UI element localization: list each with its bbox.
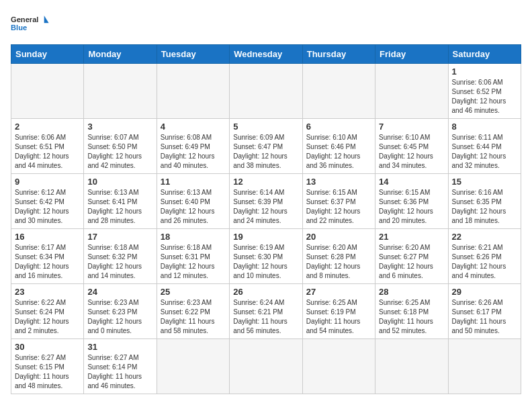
calendar-day-cell: 8Sunrise: 6:11 AM Sunset: 6:44 PM Daylig…: [448, 119, 521, 174]
day-number: 20: [306, 232, 371, 242]
day-of-week-header: Friday: [375, 45, 448, 64]
day-of-week-header: Monday: [84, 45, 157, 64]
day-number: 31: [87, 342, 152, 352]
day-info: Sunrise: 6:14 AM Sunset: 6:39 PM Dayligh…: [233, 188, 298, 226]
day-info: Sunrise: 6:06 AM Sunset: 6:51 PM Dayligh…: [15, 133, 80, 171]
day-info: Sunrise: 6:08 AM Sunset: 6:49 PM Dayligh…: [161, 133, 226, 171]
calendar-day-cell: [375, 64, 448, 119]
day-info: Sunrise: 6:13 AM Sunset: 6:40 PM Dayligh…: [161, 188, 226, 226]
day-number: 5: [233, 122, 298, 132]
svg-text:General: General: [11, 15, 38, 24]
day-info: Sunrise: 6:17 AM Sunset: 6:34 PM Dayligh…: [15, 243, 80, 281]
day-of-week-header: Tuesday: [157, 45, 229, 64]
calendar-day-cell: 2Sunrise: 6:06 AM Sunset: 6:51 PM Daylig…: [11, 119, 84, 174]
day-info: Sunrise: 6:25 AM Sunset: 6:19 PM Dayligh…: [306, 298, 371, 336]
calendar-day-cell: 30Sunrise: 6:27 AM Sunset: 6:15 PM Dayli…: [11, 339, 84, 394]
calendar-day-cell: 3Sunrise: 6:07 AM Sunset: 6:50 PM Daylig…: [84, 119, 157, 174]
svg-marker-2: [44, 15, 49, 23]
day-number: 26: [233, 287, 298, 297]
day-info: Sunrise: 6:10 AM Sunset: 6:45 PM Dayligh…: [379, 133, 444, 171]
calendar-day-cell: [302, 339, 375, 394]
logo-svg: General Blue: [11, 11, 51, 38]
calendar-day-cell: 23Sunrise: 6:22 AM Sunset: 6:24 PM Dayli…: [11, 284, 84, 339]
day-info: Sunrise: 6:15 AM Sunset: 6:36 PM Dayligh…: [379, 188, 444, 226]
day-of-week-header: Sunday: [11, 45, 84, 64]
calendar-day-cell: 7Sunrise: 6:10 AM Sunset: 6:45 PM Daylig…: [375, 119, 448, 174]
day-number: 21: [379, 232, 444, 242]
day-number: 15: [452, 177, 517, 187]
calendar-day-cell: 10Sunrise: 6:13 AM Sunset: 6:41 PM Dayli…: [84, 174, 157, 229]
calendar-day-cell: [448, 339, 521, 394]
day-info: Sunrise: 6:15 AM Sunset: 6:37 PM Dayligh…: [306, 188, 371, 226]
day-number: 11: [161, 177, 226, 187]
day-number: 9: [15, 177, 80, 187]
day-number: 17: [87, 232, 152, 242]
day-number: 28: [379, 287, 444, 297]
calendar-day-cell: [302, 64, 375, 119]
day-info: Sunrise: 6:23 AM Sunset: 6:22 PM Dayligh…: [161, 298, 226, 336]
calendar-week-row: 30Sunrise: 6:27 AM Sunset: 6:15 PM Dayli…: [11, 339, 521, 394]
day-number: 2: [15, 122, 80, 132]
day-number: 25: [161, 287, 226, 297]
calendar-day-cell: 26Sunrise: 6:24 AM Sunset: 6:21 PM Dayli…: [230, 284, 302, 339]
calendar-day-cell: 5Sunrise: 6:09 AM Sunset: 6:47 PM Daylig…: [230, 119, 302, 174]
day-number: 18: [161, 232, 226, 242]
day-info: Sunrise: 6:27 AM Sunset: 6:14 PM Dayligh…: [87, 353, 152, 391]
calendar-week-row: 2Sunrise: 6:06 AM Sunset: 6:51 PM Daylig…: [11, 119, 521, 174]
day-number: 4: [161, 122, 226, 132]
calendar-week-row: 16Sunrise: 6:17 AM Sunset: 6:34 PM Dayli…: [11, 229, 521, 284]
day-number: 29: [452, 287, 517, 297]
day-info: Sunrise: 6:21 AM Sunset: 6:26 PM Dayligh…: [452, 243, 517, 281]
day-info: Sunrise: 6:22 AM Sunset: 6:24 PM Dayligh…: [15, 298, 80, 336]
day-number: 16: [15, 232, 80, 242]
calendar-day-cell: [157, 339, 229, 394]
day-info: Sunrise: 6:27 AM Sunset: 6:15 PM Dayligh…: [15, 353, 80, 391]
calendar-header-row: SundayMondayTuesdayWednesdayThursdayFrid…: [11, 45, 521, 64]
calendar-day-cell: 21Sunrise: 6:20 AM Sunset: 6:27 PM Dayli…: [375, 229, 448, 284]
calendar-day-cell: 20Sunrise: 6:20 AM Sunset: 6:28 PM Dayli…: [302, 229, 375, 284]
calendar-day-cell: 18Sunrise: 6:18 AM Sunset: 6:31 PM Dayli…: [157, 229, 229, 284]
day-info: Sunrise: 6:24 AM Sunset: 6:21 PM Dayligh…: [233, 298, 298, 336]
day-number: 19: [233, 232, 298, 242]
calendar-week-row: 9Sunrise: 6:12 AM Sunset: 6:42 PM Daylig…: [11, 174, 521, 229]
day-number: 14: [379, 177, 444, 187]
day-info: Sunrise: 6:23 AM Sunset: 6:23 PM Dayligh…: [87, 298, 152, 336]
day-info: Sunrise: 6:18 AM Sunset: 6:32 PM Dayligh…: [87, 243, 152, 281]
day-number: 6: [306, 122, 371, 132]
calendar-day-cell: 16Sunrise: 6:17 AM Sunset: 6:34 PM Dayli…: [11, 229, 84, 284]
day-of-week-header: Saturday: [448, 45, 521, 64]
day-of-week-header: Thursday: [302, 45, 375, 64]
day-info: Sunrise: 6:20 AM Sunset: 6:28 PM Dayligh…: [306, 243, 371, 281]
day-number: 23: [15, 287, 80, 297]
calendar-day-cell: [375, 339, 448, 394]
day-info: Sunrise: 6:20 AM Sunset: 6:27 PM Dayligh…: [379, 243, 444, 281]
calendar-day-cell: 24Sunrise: 6:23 AM Sunset: 6:23 PM Dayli…: [84, 284, 157, 339]
calendar-day-cell: 15Sunrise: 6:16 AM Sunset: 6:35 PM Dayli…: [448, 174, 521, 229]
day-info: Sunrise: 6:07 AM Sunset: 6:50 PM Dayligh…: [87, 133, 152, 171]
calendar-day-cell: [230, 64, 302, 119]
svg-text:Blue: Blue: [11, 24, 27, 32]
day-number: 24: [87, 287, 152, 297]
day-info: Sunrise: 6:11 AM Sunset: 6:44 PM Dayligh…: [452, 133, 517, 171]
calendar-week-row: 23Sunrise: 6:22 AM Sunset: 6:24 PM Dayli…: [11, 284, 521, 339]
logo: General Blue: [11, 11, 51, 38]
calendar-day-cell: 4Sunrise: 6:08 AM Sunset: 6:49 PM Daylig…: [157, 119, 229, 174]
calendar-day-cell: 22Sunrise: 6:21 AM Sunset: 6:26 PM Dayli…: [448, 229, 521, 284]
day-number: 30: [15, 342, 80, 352]
day-number: 12: [233, 177, 298, 187]
calendar-table: SundayMondayTuesdayWednesdayThursdayFrid…: [11, 44, 521, 394]
calendar-day-cell: 17Sunrise: 6:18 AM Sunset: 6:32 PM Dayli…: [84, 229, 157, 284]
calendar-day-cell: 12Sunrise: 6:14 AM Sunset: 6:39 PM Dayli…: [230, 174, 302, 229]
page-header: General Blue: [11, 11, 521, 38]
day-number: 27: [306, 287, 371, 297]
day-info: Sunrise: 6:19 AM Sunset: 6:30 PM Dayligh…: [233, 243, 298, 281]
day-info: Sunrise: 6:12 AM Sunset: 6:42 PM Dayligh…: [15, 188, 80, 226]
calendar-day-cell: 19Sunrise: 6:19 AM Sunset: 6:30 PM Dayli…: [230, 229, 302, 284]
day-number: 1: [452, 66, 517, 77]
day-number: 7: [379, 122, 444, 132]
day-info: Sunrise: 6:18 AM Sunset: 6:31 PM Dayligh…: [161, 243, 226, 281]
calendar-day-cell: 11Sunrise: 6:13 AM Sunset: 6:40 PM Dayli…: [157, 174, 229, 229]
day-info: Sunrise: 6:26 AM Sunset: 6:17 PM Dayligh…: [452, 298, 517, 336]
calendar-day-cell: 25Sunrise: 6:23 AM Sunset: 6:22 PM Dayli…: [157, 284, 229, 339]
day-info: Sunrise: 6:13 AM Sunset: 6:41 PM Dayligh…: [87, 188, 152, 226]
